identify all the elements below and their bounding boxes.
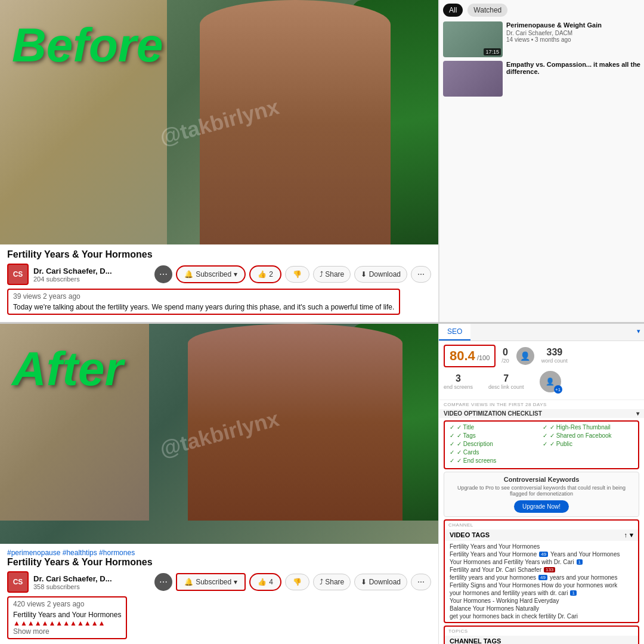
tab-watched-top[interactable]: Watched — [467, 4, 507, 17]
stat-1-bottom: 0 /20 — [501, 347, 509, 364]
check-desc-bottom: ✓ ✓ Description — [450, 441, 540, 447]
tag-badge-4: 49 — [538, 575, 547, 580]
cb-hires-label: ✓ High-Res Thumbnail — [550, 424, 611, 431]
tag-7-text: your hormones and fertility years with d… — [450, 590, 568, 596]
video-thumbnail-after[interactable]: After @takbirlynx — [0, 324, 438, 544]
description-top: Today we're talking about the fertility … — [13, 303, 394, 311]
check-cards-bottom: ✓ ✓ Cards — [450, 449, 540, 456]
video-panel-top: Before @takbirlynx Fertility Years & You… — [0, 0, 438, 322]
thumb-1[interactable]: 17:15 — [443, 21, 503, 57]
controversial-title-bottom: Controversial Keywords — [449, 476, 634, 483]
stat-label-2-bottom: word count — [541, 358, 568, 364]
views-row-bottom: 420 views 2 years ago — [13, 600, 121, 608]
before-label: Before — [12, 18, 163, 73]
more-button-bottom[interactable]: ⋯ — [411, 574, 431, 590]
check-title-bottom: ✓ ✓ Title — [450, 424, 540, 431]
tag-3: Your Hormones and Fertility Years with D… — [450, 559, 633, 565]
download-label-top: Download — [369, 270, 401, 278]
thumb-title-2: Empathy vs. Compassion... it makes all t… — [506, 61, 644, 75]
thumbup-icon-bottom: 👍 — [258, 578, 267, 586]
dislike-button-top[interactable]: 👎 — [285, 266, 309, 283]
channel-tags-title-bottom: CHANNEL TAGS — [450, 637, 501, 644]
stat-label-1-bottom: /20 — [501, 358, 509, 364]
controversial-desc-bottom: Upgrade to Pro to see controversial keyw… — [449, 485, 634, 497]
download-button-bottom[interactable]: ⬇ Download — [354, 574, 407, 590]
suggested-item-2[interactable]: Empathy vs. Compassion... it makes all t… — [443, 61, 644, 97]
subscribe-button-top[interactable]: 🔔 Subscribed ▾ — [176, 265, 246, 283]
like-count-bottom: 4 — [269, 578, 273, 586]
download-label-bottom: Download — [369, 578, 401, 586]
avatar-top[interactable]: CS — [7, 264, 29, 285]
tag-8: Your Hormones - Working Hard Everyday — [450, 597, 633, 604]
more-button-top[interactable]: ⋯ — [411, 266, 431, 283]
thumbdown-icon-bottom: 👎 — [293, 578, 302, 586]
checklist-box-bottom: ✓ ✓ Title ✓ ✓ Tags ✓ ✓ Description ✓ ✓ C… — [444, 420, 639, 469]
add-icon[interactable]: ↑ — [624, 531, 628, 539]
stat-group-bottom: 0 /20 👤 339 word count — [501, 347, 568, 365]
dropdown-bottom[interactable]: ▾ — [633, 324, 644, 340]
cb-cards-icon: ✓ — [450, 449, 454, 456]
suggested-item-1[interactable]: 17:15 Perimenopause & Weight Gain Dr. Ca… — [443, 21, 644, 57]
cb-public-icon: ✓ — [543, 441, 547, 447]
action-buttons-bottom: ⋯ 🔔 Subscribed ▾ 👍 4 👎 ⤴ — [154, 573, 431, 591]
thumb-2[interactable] — [443, 61, 503, 97]
video-title-bottom: Fertility Years & Your Hormones — [7, 557, 431, 568]
like-button-top[interactable]: 👍 2 — [249, 265, 281, 283]
show-more-bottom[interactable]: Show more — [13, 627, 121, 636]
dislike-button-bottom[interactable]: 👎 — [285, 574, 309, 590]
score-denom-bottom: /100 — [477, 354, 490, 361]
triangles: ▲▲▲▲▲▲▲▲▲▲▲▲▲ — [13, 619, 121, 627]
checklist-dropdown-bottom[interactable]: ▾ — [636, 410, 639, 417]
seo-tab-bottom[interactable]: SEO — [439, 324, 470, 340]
tag-5: fertility years and your hormones 49 yea… — [450, 574, 633, 581]
cb-tags-label: ✓ Tags — [457, 432, 476, 439]
tag-3-text: Your Hormones and Fertility Years with D… — [450, 559, 574, 565]
topics-label-bottom: TOPICS — [445, 627, 638, 636]
top-half: Before @takbirlynx Fertility Years & You… — [0, 0, 644, 322]
cb-hires-icon: ✓ — [543, 424, 547, 431]
cb-fb-icon: ✓ — [543, 432, 547, 439]
thumbup-icon-top: 👍 — [258, 270, 267, 278]
video-panel-bottom: After @takbirlynx #perimenopause #health… — [0, 324, 438, 644]
description-bottom: Fertility Years and Your Hormones — [13, 611, 121, 619]
stat-2-bottom: 339 word count — [541, 347, 568, 364]
subscribe-button-bottom[interactable]: 🔔 Subscribed ▾ — [176, 573, 246, 591]
thumb-views-1: 14 views • 3 months ago — [506, 36, 644, 43]
end-screens-num-bottom: 3 — [444, 373, 473, 384]
like-button-bottom[interactable]: 👍 4 — [249, 573, 281, 591]
menu-icon-top[interactable]: ⋯ — [154, 265, 172, 283]
share-button-bottom[interactable]: ⤴ Share — [313, 574, 351, 590]
check-endscreens-bottom: ✓ ✓ End screens — [450, 457, 540, 464]
score-row-bottom: 80.4 /100 0 /20 👤 339 word count — [444, 345, 639, 367]
chevron-icon-top: ▾ — [234, 270, 237, 278]
avatar-icon-bottom: 👤 — [516, 347, 534, 365]
thumb-channel-1: Dr. Cari Schaefer, DACM — [506, 30, 644, 36]
channel-video-tags-box-bottom: CHANNEL VIDEO TAGS ↑ ▾ Fertility Years a… — [444, 519, 639, 623]
menu-icon-bottom[interactable]: ⋯ — [154, 573, 172, 591]
tag-4: Fertility and Your Dr. Cari Schaefer 133 — [450, 566, 633, 573]
share-button-top[interactable]: ⤴ Share — [313, 266, 351, 283]
upgrade-button-bottom[interactable]: Upgrade Now! — [514, 500, 569, 513]
suggested-tabs-top: All Watched — [443, 4, 644, 17]
channel-name-top: Dr. Cari Schaefer, D... — [33, 267, 150, 275]
vtags-dropdown[interactable]: ▾ — [630, 531, 633, 539]
download-icon-bottom: ⬇ — [361, 578, 367, 586]
checklist-col-left-bottom: ✓ ✓ Title ✓ ✓ Tags ✓ ✓ Description ✓ ✓ C… — [450, 424, 540, 466]
views-box-top: 39 views 2 years ago Today we're talking… — [7, 289, 400, 315]
cb-public-label: ✓ Public — [550, 441, 572, 447]
subscriber-count-bottom: 358 subscribers — [33, 583, 150, 590]
video-thumbnail-before[interactable]: Before @takbirlynx — [0, 0, 438, 244]
end-screens-bottom: 3 end screens — [444, 373, 473, 390]
avatar-bottom[interactable]: CS — [7, 571, 29, 593]
badge-bottom: +1 — [554, 385, 562, 394]
channel-tags-box-bottom: TOPICS CHANNEL TAGS Menopause perimenopa… — [444, 626, 639, 644]
tag-badge-3: 133 — [544, 567, 555, 572]
download-button-top[interactable]: ⬇ Download — [354, 266, 407, 283]
cb-desc-label: ✓ Description — [457, 441, 493, 447]
checklist-title-bottom: VIDEO OPTIMIZATION CHECKLIST ▾ — [439, 409, 644, 418]
video-title-top: Fertility Years & Your Hormones — [7, 249, 431, 260]
tab-all-top[interactable]: All — [443, 4, 463, 17]
thumb-info-1: Perimenopause & Weight Gain Dr. Cari Sch… — [506, 21, 644, 57]
tag-badge-1: 49 — [539, 552, 548, 557]
video-tags-header-bottom: VIDEO TAGS ↑ ▾ — [445, 530, 638, 541]
